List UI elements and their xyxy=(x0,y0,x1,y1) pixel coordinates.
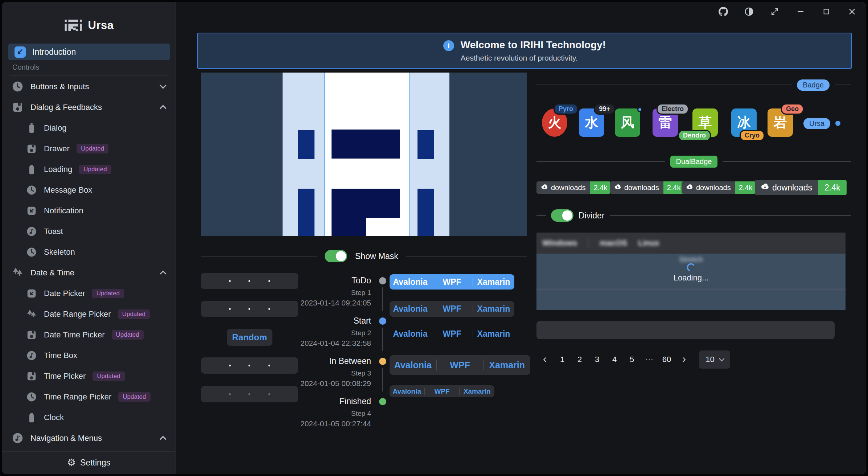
floppy-icon xyxy=(26,371,37,382)
pagination-prev-button[interactable]: ‹ xyxy=(539,353,551,366)
group-button-xamarin[interactable]: Xamarin xyxy=(473,326,514,342)
group-button-avalonia[interactable]: Avalonia xyxy=(390,301,431,317)
group-button-wpf[interactable]: WPF xyxy=(431,326,473,342)
app-logo: Ursa xyxy=(2,14,176,37)
button-group-borderless: AvaloniaWPFXamarin xyxy=(390,326,514,342)
divider-line xyxy=(201,256,317,257)
trees-icon xyxy=(12,267,24,279)
sidebar-item-dialog[interactable]: Dialog xyxy=(2,118,176,138)
page-size-value: 10 xyxy=(705,355,714,364)
group-button-xamarin[interactable]: Xamarin xyxy=(460,385,494,397)
sidebar-item-introduction[interactable]: ↙ Introduction xyxy=(8,44,170,60)
timeline-step-time: 2024-01-04 22:32:58 xyxy=(300,339,371,348)
dualbadge-section-divider: DualBadge xyxy=(536,155,851,168)
badge-tile-electro: 雷Electro xyxy=(653,108,678,137)
sidebar-item-date-range-picker[interactable]: Date Range PickerUpdated xyxy=(2,304,176,324)
sidebar-item-time-box[interactable]: Time Box xyxy=(2,345,176,366)
sidebar-section-label: Controls xyxy=(12,63,39,71)
cloud-download-icon xyxy=(686,183,693,192)
sidebar-item-label: Date Picker xyxy=(44,289,85,298)
badge-tiles: Ursa 火Pyro水99+风雷Electro草Dendro冰Cryo岩Geo xyxy=(536,108,851,142)
sidebar-item-time-picker[interactable]: Time PickerUpdated xyxy=(2,366,176,386)
sidebar-item-label: Time Box xyxy=(44,351,77,360)
group-button-wpf[interactable]: WPF xyxy=(437,355,484,375)
time-box-input[interactable] xyxy=(201,386,298,402)
timeline-step-subtitle: Step 4 xyxy=(351,410,371,418)
divider-line xyxy=(835,85,851,85)
note-icon xyxy=(26,350,37,361)
tab-strip: WindowsmacOSLinux xyxy=(536,233,846,254)
time-box-input[interactable] xyxy=(201,273,298,289)
sidebar-divider xyxy=(9,75,168,75)
sidebar-item-time-range-picker[interactable]: Time Range PickerUpdated xyxy=(2,386,176,407)
tab-linux[interactable]: Linux xyxy=(638,238,659,248)
trees-icon xyxy=(26,309,37,320)
ursa-badge-pill: Ursa xyxy=(803,118,830,129)
chevron-up-icon xyxy=(160,270,166,277)
group-button-xamarin[interactable]: Xamarin xyxy=(473,301,514,317)
clock-icon xyxy=(12,81,24,93)
tab-windows[interactable]: Windows xyxy=(542,238,577,248)
group-button-avalonia[interactable]: Avalonia xyxy=(390,326,431,342)
group-button-avalonia[interactable]: Avalonia xyxy=(390,385,424,397)
pagination-page-1[interactable]: 1 xyxy=(556,353,568,366)
pagination-page-2[interactable]: 2 xyxy=(573,353,586,366)
time-box-input[interactable] xyxy=(201,357,298,374)
random-button[interactable]: Random xyxy=(227,329,272,346)
group-button-avalonia[interactable]: Avalonia xyxy=(390,355,436,375)
show-mask-toggle[interactable] xyxy=(325,250,347,262)
group-button-avalonia[interactable]: Avalonia xyxy=(390,274,431,290)
divider-toggle[interactable] xyxy=(551,209,573,222)
timeline-step-subtitle: Step 1 xyxy=(351,289,371,297)
sidebar-item-dialog-feedbacks[interactable]: Dialog & Feedbacks xyxy=(2,97,176,118)
info-icon: i xyxy=(443,40,454,51)
dualbadge-section-pill: DualBadge xyxy=(670,156,718,168)
dual-badge-label-text: downloads xyxy=(551,184,586,192)
sidebar-item-breadcrumb[interactable]: BreadcrumbUpdated xyxy=(2,448,176,451)
sidebar-item-notification[interactable]: Notification xyxy=(2,200,176,221)
group-button-xamarin[interactable]: Xamarin xyxy=(484,355,530,375)
sidebar-item-message-box[interactable]: Message Box xyxy=(2,180,176,200)
pagination-next-button[interactable]: › xyxy=(678,353,690,366)
sidebar-item-clock[interactable]: Clock xyxy=(2,407,176,428)
dot-badge xyxy=(835,121,840,126)
group-button-xamarin[interactable]: Xamarin xyxy=(473,274,514,290)
page-size-select[interactable]: 10 xyxy=(699,350,730,369)
group-button-wpf[interactable]: WPF xyxy=(431,301,473,317)
sidebar: Ursa ↙ Introduction Controls Buttons & I… xyxy=(2,2,176,474)
time-box-input[interactable] xyxy=(201,301,298,317)
sidebar-item-date-time[interactable]: Date & Time xyxy=(2,262,176,283)
tab-macos[interactable]: macOS xyxy=(600,238,627,248)
settings-button[interactable]: ⚙ Settings xyxy=(2,451,175,474)
group-button-wpf[interactable]: WPF xyxy=(425,385,460,397)
sidebar-item-navigation-menus[interactable]: Navigation & Menus xyxy=(2,428,176,448)
sidebar-item-loading[interactable]: LoadingUpdated xyxy=(2,159,176,180)
pagination-page-5[interactable]: 5 xyxy=(626,353,638,366)
sidebar-item-toast[interactable]: Toast xyxy=(2,221,176,242)
pagination-page-3[interactable]: 3 xyxy=(591,353,603,366)
group-button-wpf[interactable]: WPF xyxy=(431,274,473,290)
badge-section-pill: Badge xyxy=(797,79,830,91)
dual-badge-downloads[interactable]: downloads2.4k xyxy=(536,181,611,194)
sidebar-item-label: Skeleton xyxy=(44,247,75,257)
mask-line xyxy=(324,73,325,236)
pagination-page-60[interactable]: 60 xyxy=(661,353,673,366)
pagination: ‹12345···60›10 xyxy=(539,349,730,370)
dual-badge-value: 2.4k xyxy=(590,181,611,194)
timeline-dot xyxy=(379,358,386,365)
sidebar-item-skeleton[interactable]: Skeleton xyxy=(2,242,176,262)
pagination-page-4[interactable]: 4 xyxy=(608,353,621,366)
cloud-download-icon xyxy=(541,183,548,192)
sidebar-item-date-picker[interactable]: Date PickerUpdated xyxy=(2,283,176,304)
divider-line xyxy=(610,215,851,216)
battery-icon xyxy=(26,164,37,175)
divider-line xyxy=(536,215,546,216)
dual-badge-downloads[interactable]: downloads2.4k xyxy=(610,181,684,194)
sidebar-item-date-time-picker[interactable]: Date Time PickerUpdated xyxy=(2,324,176,345)
sidebar-item-drawer[interactable]: DrawerUpdated xyxy=(2,138,176,159)
dual-badges-row: downloads2.4kdownloads2.4kdownloads2.4kd… xyxy=(536,180,851,197)
dual-badge-downloads[interactable]: downloads2.4k xyxy=(682,181,756,194)
badge-tile-dendro: 草Dendro xyxy=(692,108,718,137)
sidebar-item-buttons-inputs[interactable]: Buttons & Inputs xyxy=(2,76,176,97)
dual-badge-downloads[interactable]: downloads2.4k xyxy=(755,180,847,195)
